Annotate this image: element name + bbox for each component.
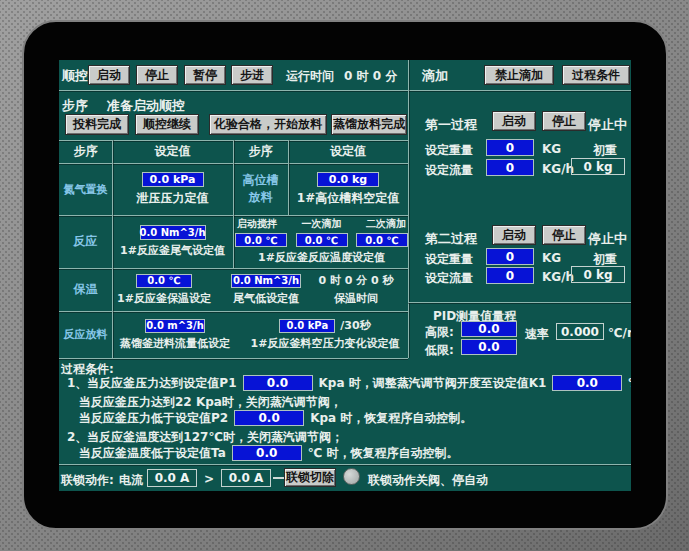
row-label-text: 氮气置换 [64,182,108,197]
tail-gas-setpoint-input[interactable]: 0.0 Nm^3/h [140,225,206,240]
condition-line-1: 1、当反应釜压力达到设定值P1 0.0 Kpa 时，调整蒸汽调节阀开度至设定值K… [67,374,631,392]
relief-pressure-setpoint-input[interactable]: 0.0 kPa [142,172,204,187]
process2-flow-label: 设定流量 [425,270,473,287]
process1-flow-label: 设定流量 [425,162,473,179]
table-row: 0.0 Nm^3/h 1#反应釜尾气设定值 [112,215,233,268]
connector-line [273,477,284,479]
second-drip-temp-input[interactable]: 0.0 ℃ [356,233,408,247]
temp-ta-input[interactable]: 0.0 [232,445,302,461]
table-header-setvalue2: 设定值 [288,140,408,163]
condition-line-5: 当反应釜温度低于设定值Ta 0.0 ℃ 时，恢复程序自动控制。 [79,444,458,462]
row-label-nitrogen-purge: 氮气置换 [59,163,112,215]
process2-start-button[interactable]: 启动 [492,225,536,245]
pressure-p1-input[interactable]: 0.0 [243,375,313,391]
runtime-value: 0 时 0 分 [344,68,397,85]
table-row: 0.0 kg 1#高位槽料空定值 [288,163,408,215]
test-pass-discharge-button[interactable]: 化验合格，开始放料 [209,114,327,135]
stir-start-temp-input[interactable]: 0.0 ℃ [235,233,287,247]
sub-label-second-drip: 二次滴加 [366,217,406,231]
table-row: 0.0 Nm^3/h 尾气低设定值 [222,268,310,311]
condition-text: ℃ 时，恢复程序自动控制。 [308,445,459,462]
divider [59,90,631,91]
distill-discharge-done-button[interactable]: 蒸馏放料完成 [331,114,407,135]
process2-weight-label: 设定重量 [425,251,473,268]
current-label: 电流 [119,472,143,489]
header-text: 设定值 [155,143,191,160]
process2-stop-button[interactable]: 停止 [542,225,586,245]
table-header-step2: 步序 [233,140,288,163]
seq-start-button[interactable]: 启动 [88,65,130,85]
interlock-caption: 联锁动作关阀、停自动 [368,472,488,489]
seq-stop-button[interactable]: 停止 [136,65,178,85]
still-feed-flow-low-input[interactable]: 0.0 m^3/h [145,319,205,333]
interlock-label: 联锁动作: [61,472,114,489]
cell-caption: 1#反应釜尾气设定值 [120,243,225,258]
table-header-step: 步序 [59,140,112,163]
table-header-setvalue: 设定值 [112,140,233,163]
header-text: 步序 [249,143,273,160]
process1-stop-button[interactable]: 停止 [542,111,586,131]
valve-open-k1-input[interactable]: 0.0 [552,375,622,391]
row-label-reaction-discharge: 反应放料 [59,311,112,358]
per-30s-label: /30秒 [340,318,370,333]
interlock-cut-button[interactable]: 联锁切除 [284,468,336,487]
row-label-text: 反应 [74,233,98,250]
hmi-screen: 顺控 启动 停止 暂停 步进 运行时间 0 时 0 分 滴加 禁止滴加 过程条件… [59,60,631,491]
cell-caption: 蒸馏釜进料流量低设定 [120,336,230,351]
process1-flow-input[interactable]: 0 [486,159,534,176]
hold-time-value: 0 时 0 分 0 秒 [318,273,393,288]
page-background: 顺控 启动 停止 暂停 步进 运行时间 0 时 0 分 滴加 禁止滴加 过程条件… [0,0,689,551]
condition-text: Kpa 时，调整蒸汽调节阀开度至设定值K1 [319,375,547,392]
row-label-reaction: 反应 [59,215,112,268]
seq-continue-button[interactable]: 顺控继续 [135,114,199,135]
hold-temp-setpoint-input[interactable]: 0.0 ℃ [136,274,192,288]
process1-flow-unit: KG/h [542,162,574,176]
divider [408,60,409,358]
process2-flow-input[interactable]: 0 [486,267,534,284]
process1-status: 停止中 [588,116,627,134]
condition-text: 当反应釜压力低于设定值P2 [79,410,228,427]
seq-pause-button[interactable]: 暂停 [184,65,226,85]
first-drip-temp-input[interactable]: 0.0 ℃ [296,233,348,247]
row-label-text: 保温 [74,281,98,298]
seq-step-button[interactable]: 步进 [231,65,273,85]
process2-weight-input[interactable]: 0 [486,248,534,265]
condition-line-3: 当反应釜压力低于设定值P2 0.0 Kpa 时，恢复程序自动控制。 [79,409,472,427]
rate-value-display: 0.000 [556,323,604,340]
process2-init-weight-display: 0 kg [571,266,625,283]
rate-label: 速率 [525,326,549,343]
process1-init-weight-label: 初重 [593,142,617,159]
seq-control-label: 顺控 [62,67,88,85]
empty-pressure-change-input[interactable]: 0.0 kPa [279,319,335,333]
sub-label-stir-start: 启动搅拌 [237,217,277,231]
divider [59,358,408,359]
pressure-p2-input[interactable]: 0.0 [234,410,304,426]
process1-weight-input[interactable]: 0 [486,139,534,156]
table-row: 0.0 m^3/h 蒸馏釜进料流量低设定 [112,311,238,358]
feed-done-button[interactable]: 投料完成 [65,114,129,135]
pid-high-input[interactable]: 0.0 [461,321,517,337]
forbid-drip-button[interactable]: 禁止滴加 [484,65,554,85]
process-cond-button[interactable]: 过程条件 [562,65,630,85]
process2-title: 第二过程 [425,230,477,248]
pid-low-input[interactable]: 0.0 [461,339,517,355]
interlock-indicator-lamp [343,468,360,485]
cell-caption: 1#反应釜料空压力变化设定值 [251,336,400,351]
condition-text: %； [628,375,631,392]
cell-caption: 1#高位槽料空定值 [297,190,399,207]
pid-high-label: 高限: [425,324,454,341]
condition-text: Kpa 时，恢复程序自动控制。 [310,410,472,427]
condition-text: 1、当反应釜压力达到设定值P1 [67,375,237,392]
table-row: 0.0 kPa /30秒 1#反应釜料空压力变化设定值 [245,311,405,358]
process2-status: 停止中 [588,230,627,248]
step-status-value: 准备启动顺控 [107,97,185,115]
row-label-head-tank-discharge: 高位槽放料 [233,163,288,215]
rate-unit-label: ℃/m [608,326,631,340]
process1-start-button[interactable]: 启动 [492,111,536,131]
cell-caption: 1#反应釜保温设定 [117,291,211,306]
cell-caption: 泄压压力定值 [137,190,209,207]
hold-time-cell: 0 时 0 分 0 秒 保温时间 [307,268,405,311]
tail-gas-low-setpoint-input[interactable]: 0.0 Nm^3/h [231,274,301,288]
current-limit-display: 0.0 A [221,469,271,487]
head-tank-empty-setpoint-input[interactable]: 0.0 kg [317,172,379,187]
